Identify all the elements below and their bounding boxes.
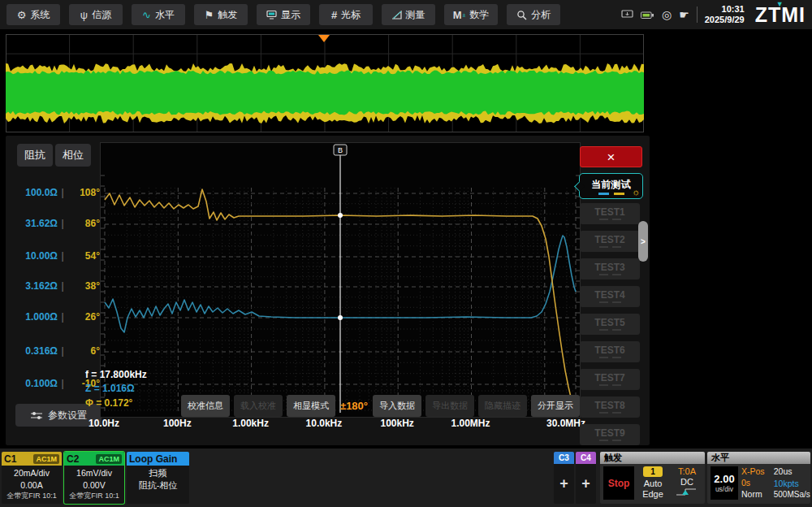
- trigger-sweep: Auto: [644, 479, 663, 488]
- menu-item-measure[interactable]: 测量: [382, 4, 435, 25]
- test-trace-markers: [580, 301, 640, 303]
- loop-gain-mode: 扫频: [127, 467, 189, 479]
- test-trace-markers: [580, 357, 640, 358]
- impedance-tick: 31.62Ω: [14, 218, 58, 229]
- bode-chart[interactable]: B: [100, 142, 581, 418]
- test-trace-markers: [580, 219, 640, 220]
- trigger-icon: ⚑: [205, 10, 214, 20]
- test-slot-label: TEST7: [594, 372, 624, 384]
- channel-c4-block[interactable]: C4 +: [576, 452, 596, 504]
- freq-tick: 100Hz: [163, 418, 192, 429]
- loop-gain-kind: 阻抗-相位: [127, 479, 189, 492]
- phase-tick: 6°: [67, 345, 100, 357]
- channel-c3-label: C3: [554, 452, 574, 464]
- current-test-button[interactable]: 当前测试 ☼: [579, 173, 643, 199]
- add-channel-icon: +: [581, 475, 590, 492]
- channel-c3-block[interactable]: C3 +: [554, 452, 574, 504]
- status-area: ◎☛ 10:31 2025/9/29 ZTMI ▼: [621, 3, 807, 27]
- timebase-box[interactable]: 2.00 us/div: [710, 466, 738, 500]
- trigger-panel[interactable]: 触发 Stop 1 Auto Edge T:0A DC: [600, 452, 705, 504]
- test-slot-label: TEST8: [594, 400, 624, 411]
- freq-tick: 10.0Hz: [89, 418, 119, 429]
- channel-c2-coupling: AC1M: [96, 454, 122, 464]
- channel-c2-block[interactable]: C2 AC1M 16mV/div 0.00V 全带宽FIR 10:1: [64, 452, 124, 504]
- channel-c1-block[interactable]: C1 AC1M 20mA/div 0.00A 全带宽FIR 10:1: [2, 452, 62, 504]
- action-button-3[interactable]: 相显模式: [287, 395, 335, 417]
- menu-item-label: 数学: [469, 8, 489, 22]
- touch-icon: ◎: [662, 8, 672, 21]
- screen-icon: [621, 10, 633, 20]
- loop-gain-block[interactable]: Loop Gain 扫频 阻抗-相位: [127, 452, 189, 504]
- test-trace-markers: [580, 246, 640, 248]
- acquisition-mode: Norm: [741, 489, 762, 499]
- add-channel-icon: +: [559, 475, 568, 492]
- action-button-5[interactable]: 导入数据: [373, 395, 421, 417]
- trigger-mode[interactable]: Stop: [603, 466, 634, 500]
- freq-tick: 1.00kHz: [232, 418, 269, 429]
- menu-item-display[interactable]: 显示: [257, 4, 310, 25]
- loop-gain-header: Loop Gain: [127, 452, 189, 466]
- channel-c1-scale: 20mA/div: [2, 467, 62, 479]
- menu-item-horizontal[interactable]: ∿水平: [132, 4, 185, 25]
- scale-divider: |: [58, 250, 67, 262]
- horizontal-panel[interactable]: 水平 2.00 us/div X-Pos 0s Norm 20us 10kpts…: [707, 452, 810, 504]
- test-slot-1[interactable]: TEST1: [580, 203, 640, 224]
- loop-gain-label: Loop Gain: [129, 453, 177, 465]
- tab-impedance[interactable]: 阻抗: [17, 144, 53, 167]
- scale-divider: |: [58, 187, 67, 198]
- panel-expand-handle[interactable]: >: [638, 221, 648, 262]
- brand-logo: ZTMI ▼: [755, 3, 806, 27]
- menu-item-cursor[interactable]: #光标: [319, 4, 373, 25]
- test-slot-label: TEST9: [594, 427, 624, 439]
- chevron-right-icon: >: [641, 237, 646, 246]
- channel-c4-label: C4: [576, 452, 596, 464]
- menu-item-trigger[interactable]: ⚑触发: [194, 4, 248, 25]
- menu-item-math[interactable]: M±数学: [444, 4, 498, 25]
- trigger-type: Edge: [642, 489, 663, 499]
- phase-tick: 38°: [67, 280, 100, 292]
- menu-item-analyze[interactable]: 分析: [507, 4, 560, 25]
- usb-icon: [641, 11, 654, 20]
- hand-icon: ☛: [679, 8, 689, 21]
- action-button-1[interactable]: 校准信息: [181, 395, 230, 417]
- close-panel-button[interactable]: ×: [580, 146, 642, 167]
- trigger-coupling: DC: [680, 477, 693, 487]
- analyze-icon: [516, 10, 527, 20]
- math-icon: M±: [453, 10, 466, 20]
- test-slot-4[interactable]: TEST4: [580, 286, 640, 307]
- menu-item-system[interactable]: ⚙系统: [6, 4, 60, 25]
- impedance-tick: 100.0Ω: [14, 187, 58, 198]
- trigger-level: T:0A: [678, 466, 696, 476]
- scale-row: 100.0Ω|108°: [14, 186, 100, 199]
- test-slot-9[interactable]: TEST9: [580, 424, 640, 445]
- test-slot-3[interactable]: TEST3: [580, 258, 640, 280]
- menu-item-label: 光标: [341, 8, 361, 22]
- test-slot-7[interactable]: TEST7: [580, 369, 640, 390]
- test-slot-2[interactable]: TEST2: [580, 231, 640, 252]
- menu-item-source[interactable]: ψ信源: [69, 4, 123, 25]
- tab-phase[interactable]: 相位: [55, 144, 91, 167]
- time-window: 20us: [774, 466, 793, 476]
- phase-range-indicator: ±180°: [339, 400, 369, 412]
- clock-time: 10:31: [722, 4, 745, 14]
- menu-item-label: 测量: [406, 8, 425, 22]
- horizontal-panel-title: 水平: [707, 452, 810, 464]
- test-slot-6[interactable]: TEST6: [580, 341, 640, 362]
- test-slot-8[interactable]: TEST8: [580, 396, 640, 418]
- scale-row: 0.316Ω|6°: [14, 344, 100, 358]
- status-icons: ◎☛: [621, 8, 689, 21]
- phase-tick: 26°: [67, 311, 100, 323]
- test-slot-label: TEST6: [594, 344, 624, 356]
- impedance-tick: 0.100Ω: [14, 378, 58, 389]
- action-button-8[interactable]: 分开显示: [531, 395, 580, 417]
- timebase-unit: us/div: [715, 485, 733, 493]
- test-slot-label: TEST1: [594, 206, 624, 218]
- impedance-tick: 0.316Ω: [14, 345, 58, 357]
- menu-item-label: 显示: [281, 8, 300, 22]
- test-slot-5[interactable]: TEST5: [580, 314, 640, 335]
- scale-divider: |: [58, 311, 67, 323]
- scale-row: 1.000Ω|26°: [14, 310, 100, 323]
- cursor-phase: Φ = 0.172°: [85, 396, 147, 410]
- impedance-tick: 1.000Ω: [14, 311, 58, 323]
- status-separator: [697, 6, 698, 23]
